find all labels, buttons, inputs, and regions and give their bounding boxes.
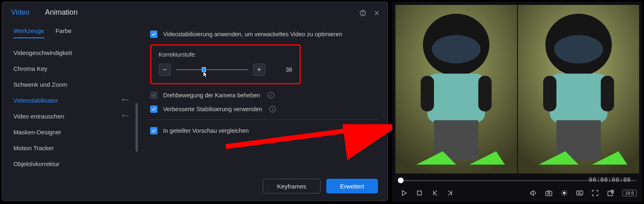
preview-right	[518, 5, 640, 173]
svg-point-14	[554, 35, 603, 64]
svg-rect-20	[546, 191, 552, 196]
panel-header: Video Animation	[2, 2, 388, 22]
correction-level-group: Korrekturstufe: − + 38	[150, 44, 301, 84]
svg-rect-31	[576, 191, 583, 195]
svg-point-21	[548, 192, 550, 194]
preview-timeline[interactable]: 00:00:00:00	[398, 177, 637, 184]
cursor-icon	[203, 71, 208, 79]
caption-icon[interactable]	[574, 187, 586, 199]
sidebar: Werkzeuge Farbe Videogeschwindigkeit Chr…	[2, 22, 140, 179]
fullscreen-icon[interactable]	[589, 187, 601, 199]
aspect-ratio-button[interactable]: 16:9	[622, 190, 637, 196]
info-icon[interactable]: i	[269, 106, 276, 112]
svg-rect-17	[600, 76, 614, 111]
checkbox-enhanced-stab[interactable]	[150, 105, 157, 113]
sidebar-item-chroma[interactable]: Chroma Key	[9, 61, 140, 77]
slider-thumb[interactable]	[202, 67, 206, 72]
subtab-color[interactable]: Farbe	[56, 27, 72, 38]
svg-rect-7	[427, 74, 485, 123]
next-frame-icon[interactable]	[444, 187, 456, 199]
increase-button[interactable]: +	[253, 64, 265, 76]
help-icon[interactable]	[359, 9, 367, 18]
sidebar-scrollbar[interactable]	[135, 103, 138, 152]
svg-point-1	[362, 14, 363, 15]
sidebar-item-panzoom[interactable]: Schwenk und Zoom	[9, 77, 140, 92]
sidebar-item-stabilizer[interactable]: Videostabilisator	[9, 92, 140, 108]
preview-controls: 16:9	[392, 184, 642, 202]
sidebar-item-label: Video entrauschen	[13, 113, 64, 120]
svg-point-22	[563, 192, 565, 194]
correction-slider[interactable]	[176, 69, 248, 70]
popout-icon[interactable]	[605, 187, 617, 199]
enhanced-stab-label: Verbesserte Stabilisierung verwenden	[163, 106, 262, 112]
svg-point-6	[432, 35, 480, 64]
svg-line-30	[565, 191, 566, 192]
undo-icon[interactable]	[121, 97, 129, 104]
correction-label: Korrekturstufe:	[159, 51, 292, 58]
advanced-button[interactable]: Erweitert	[326, 179, 378, 193]
fix-rotation-label: Drehbewegung der Kamera beheben	[163, 92, 260, 99]
svg-line-27	[562, 191, 563, 192]
sidebar-item-motion[interactable]: Motion Tracker	[9, 140, 140, 156]
undo-icon[interactable]	[121, 113, 129, 120]
stop-icon[interactable]	[413, 187, 426, 199]
content-area: Videostabilisierung anwenden, um verwack…	[140, 22, 388, 179]
svg-rect-9	[478, 76, 492, 111]
prev-frame-icon[interactable]	[429, 187, 441, 199]
correction-value: 38	[276, 66, 292, 73]
sidebar-item-mask[interactable]: Masken-Designer	[9, 124, 140, 140]
preview-left	[395, 5, 517, 173]
sidebar-list: Videogeschwindigkeit Chroma Key Schwenk …	[9, 45, 140, 172]
decrease-button[interactable]: −	[159, 64, 171, 76]
timecode: 00:00:00:00	[589, 177, 631, 183]
volume-icon[interactable]	[527, 187, 539, 199]
video-preview	[395, 5, 639, 173]
timeline-thumb[interactable]	[398, 178, 404, 183]
tab-video[interactable]: Video	[9, 6, 35, 22]
checkbox-split-preview[interactable]	[150, 127, 157, 134]
svg-line-29	[562, 195, 563, 195]
preview-panel: 00:00:00:00 16:9	[392, 2, 642, 202]
subtab-tools[interactable]: Werkzeuge	[13, 27, 44, 38]
sidebar-item-speed[interactable]: Videogeschwindigkeit	[9, 45, 140, 61]
svg-rect-15	[550, 74, 607, 123]
sidebar-item-denoise[interactable]: Video entrauschen	[9, 108, 140, 124]
snapshot-icon[interactable]	[543, 187, 555, 199]
sidebar-item-label: Videostabilisator	[13, 97, 58, 104]
apply-label: Videostabilisierung anwenden, um verwack…	[163, 31, 342, 37]
checkbox-apply-stabilization[interactable]	[150, 31, 157, 38]
play-icon[interactable]	[398, 187, 410, 199]
video-settings-panel: Video Animation Werkzeuge Farbe Videoges…	[2, 2, 388, 201]
checkbox-fix-rotation[interactable]	[150, 92, 157, 99]
keyframes-button[interactable]: Keyframes	[263, 179, 321, 193]
sidebar-item-lens[interactable]: Objektivkorrektur	[9, 156, 140, 172]
svg-rect-16	[543, 76, 557, 111]
split-preview-label: In geteilter Vorschau vergleichen	[163, 127, 249, 134]
svg-rect-19	[417, 191, 421, 195]
info-icon[interactable]: i	[268, 92, 274, 99]
quality-icon[interactable]	[558, 187, 570, 199]
tab-animation[interactable]: Animation	[44, 6, 83, 22]
close-icon[interactable]	[373, 9, 380, 18]
svg-line-28	[565, 195, 566, 195]
panel-footer: Keyframes Erweitert	[2, 179, 388, 201]
svg-rect-8	[421, 76, 434, 111]
divider	[150, 119, 378, 120]
